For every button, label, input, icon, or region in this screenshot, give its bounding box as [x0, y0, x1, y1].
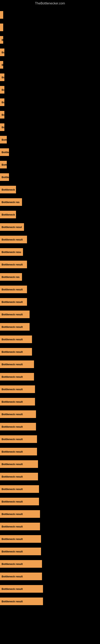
bar-row: Bo	[0, 121, 100, 133]
bar-row: Bo	[0, 109, 100, 121]
bar-label[interactable]: Bottleneck result	[0, 598, 43, 605]
bar-label[interactable]: Bottleneck result	[0, 236, 27, 243]
bar-row: Bottleneck result	[0, 458, 100, 470]
bar-label[interactable]: Bottleneck resu	[0, 248, 23, 256]
bar-label[interactable]: Bottleneck res	[0, 273, 22, 281]
bar-label[interactable]: Bottleneck	[0, 186, 16, 194]
bar-row: Bo	[0, 71, 100, 83]
bar-row: B	[0, 59, 100, 71]
bar-row: Bottleneck result	[0, 446, 100, 458]
bar-row: Bottleneck result	[0, 371, 100, 383]
bar-row: Bottle	[0, 146, 100, 158]
bar-label[interactable]: Bottle	[0, 148, 9, 156]
bar-label[interactable]: Bottleneck result	[0, 435, 37, 443]
bar-row: Bottleneck	[0, 208, 100, 220]
bar-row: Bottleneck	[0, 184, 100, 196]
bar-row: Bottleneck result	[0, 496, 100, 508]
bar-label[interactable]: Bottleneck result	[0, 360, 34, 368]
bar-label[interactable]: Bottleneck result	[0, 423, 36, 430]
bar-row: Bottleneck result	[0, 546, 100, 558]
bar-label[interactable]: Bottleneck result	[0, 410, 36, 418]
bar-label[interactable]: Bottleneck result	[0, 510, 40, 518]
bar-label[interactable]: Bottleneck result	[0, 398, 35, 406]
bar-label[interactable]: Bottleneck result	[0, 585, 43, 593]
bar-row: Bottleneck result	[0, 358, 100, 370]
bar-label[interactable]: Bo	[0, 86, 4, 94]
bar-label[interactable]: Bottleneck result	[0, 310, 30, 318]
bar-row: Bottleneck result	[0, 408, 100, 420]
bar-row: Bottleneck result	[0, 433, 100, 445]
bar-label[interactable]: Bottleneck result	[0, 448, 37, 456]
bar-row: Bott	[0, 158, 100, 171]
bar-label[interactable]: Bottleneck result	[0, 560, 42, 568]
bar-label[interactable]: Bottleneck result	[0, 498, 39, 505]
bar-label[interactable]: Bo	[0, 123, 4, 131]
bar-row: Bottleneck result	[0, 383, 100, 395]
bar-label[interactable]: Bottleneck result	[0, 485, 39, 493]
bar-row: Bottleneck resu	[0, 246, 100, 258]
bar-label[interactable]	[0, 24, 3, 31]
bar-row: Bottleneck result	[0, 520, 100, 532]
bar-label[interactable]: Bottleneck result	[0, 348, 32, 356]
bar-label[interactable]	[0, 11, 3, 19]
site-title: TheBottlenecker.com	[0, 0, 100, 7]
bar-row: Bottleneck result	[0, 308, 100, 320]
bar-row: Bottleneck result	[0, 583, 100, 595]
bar-label[interactable]: Bottleneck res	[0, 198, 22, 206]
bar-label[interactable]: Bottleneck result	[0, 460, 38, 468]
bar-row: Bo	[0, 46, 100, 58]
bar-label[interactable]: Bottle	[0, 173, 9, 181]
bar-row: Bottleneck result	[0, 570, 100, 582]
bar-label[interactable]: Bottleneck result	[0, 373, 34, 380]
bar-row: Bottleneck result	[0, 558, 100, 570]
bar-label[interactable]: Bottleneck resul	[0, 223, 24, 231]
bar-row: B	[0, 34, 100, 46]
bar-label[interactable]: Bottleneck result	[0, 323, 30, 331]
bar-row	[0, 21, 100, 34]
bar-label[interactable]: Bottleneck result	[0, 535, 41, 543]
bar-label[interactable]: Bottleneck result	[0, 286, 27, 293]
bar-row: Bo	[0, 96, 100, 108]
bar-label[interactable]: Bo	[0, 48, 4, 56]
bar-label[interactable]: Bottleneck result	[0, 548, 41, 555]
bar-label[interactable]: Bottleneck result	[0, 523, 40, 530]
bar-label[interactable]: Bottleneck	[0, 211, 16, 218]
bar-label[interactable]: B	[0, 36, 3, 44]
bar-label[interactable]: Bo	[0, 74, 4, 81]
bar-label[interactable]: Bottleneck result	[0, 298, 27, 306]
bar-label[interactable]: Bottleneck result	[0, 386, 35, 393]
bar-row: Bottleneck result	[0, 258, 100, 270]
bar-row	[0, 9, 100, 21]
bar-row: Bottleneck result	[0, 283, 100, 296]
bar-label[interactable]: Bo	[0, 111, 4, 118]
bar-row: Bottleneck result	[0, 508, 100, 520]
bars-container: BBoBBoBoBoBoBoBottBottleBottBottleBottle…	[0, 7, 100, 610]
bar-row: Bo	[0, 84, 100, 96]
bar-row: Bottleneck result	[0, 321, 100, 333]
bar-row: Bottleneck result	[0, 296, 100, 308]
bar-row: Bottle	[0, 171, 100, 183]
bar-row: Bottleneck result	[0, 483, 100, 495]
bar-label[interactable]: Bottleneck result	[0, 336, 32, 343]
bar-label[interactable]: Bott	[0, 136, 7, 144]
bar-row: Bottleneck result	[0, 533, 100, 545]
bar-row: Bottleneck result	[0, 333, 100, 345]
bar-row: Bottleneck res	[0, 271, 100, 283]
bar-row: Bottleneck result	[0, 396, 100, 408]
bar-row: Bottleneck resul	[0, 221, 100, 233]
bar-label[interactable]: Bottleneck result	[0, 260, 27, 268]
bar-row: Bottleneck result	[0, 346, 100, 358]
bar-label[interactable]: B	[0, 61, 3, 69]
bar-row: Bottleneck result	[0, 420, 100, 433]
bar-label[interactable]: Bo	[0, 98, 4, 106]
bar-row: Bottleneck result	[0, 595, 100, 607]
bar-row: Bottleneck result	[0, 234, 100, 246]
bar-label[interactable]: Bottleneck result	[0, 473, 38, 480]
bar-row: Bottleneck res	[0, 196, 100, 208]
bar-label[interactable]: Bott	[0, 161, 7, 168]
bar-row: Bott	[0, 134, 100, 146]
bar-row: Bottleneck result	[0, 470, 100, 482]
bar-label[interactable]: Bottleneck result	[0, 572, 42, 580]
